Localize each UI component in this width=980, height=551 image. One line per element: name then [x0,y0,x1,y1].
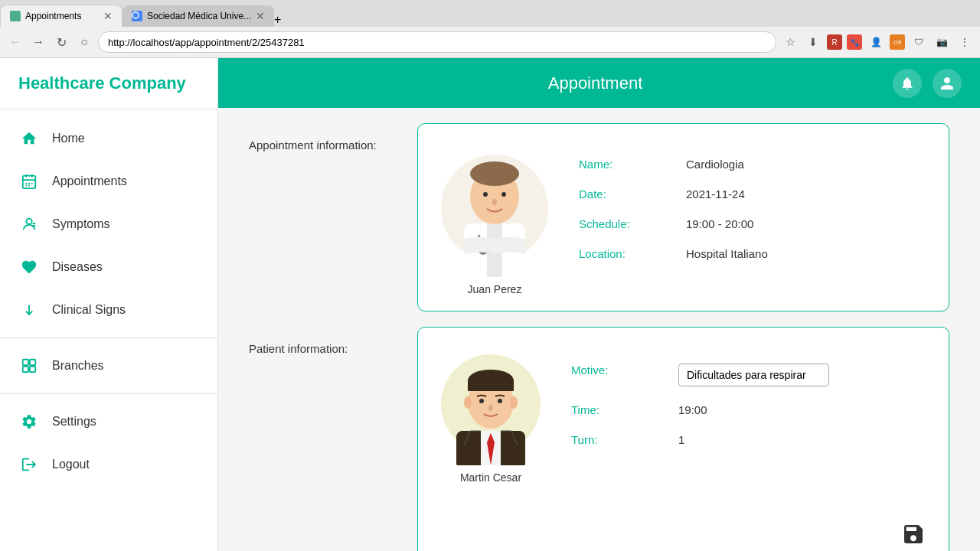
tab-close-2[interactable]: ✕ [256,10,265,22]
svg-point-36 [498,399,502,403]
svg-rect-1 [23,176,36,189]
appointment-section: Appointment information: [249,123,949,311]
save-icon-wrapper [441,522,926,551]
new-tab-button[interactable]: + [274,13,281,27]
field-value-time: 19:00 [678,403,707,416]
browser-tab-bar: Appointments ✕ Sociedad Médica Unive... … [0,0,980,27]
appointment-field-location: Location: Hospital Italiano [579,247,926,260]
field-value-schedule: 19:00 - 20:00 [686,217,753,230]
svg-rect-15 [23,367,28,372]
forward-button[interactable]: → [29,33,47,51]
extension-icon-2[interactable]: 🐾 [847,34,862,50]
motive-input[interactable] [678,364,829,386]
field-label-time: Time: [571,403,663,416]
svg-point-22 [483,192,488,197]
field-label-turn: Turn: [571,433,663,446]
clinical-signs-icon [18,299,40,321]
patient-card: Martin Cesar Motive: Time: 19:00 [417,327,949,551]
extension-icon-5[interactable]: 🛡 [910,33,928,51]
browser-chrome: Appointments ✕ Sociedad Médica Unive... … [0,0,980,58]
svg-rect-32 [468,380,514,391]
field-label-name: Name: [579,158,671,171]
doctor-avatar-image [441,139,548,277]
reload-button[interactable]: ↻ [52,33,70,51]
sidebar-item-diseases[interactable]: Diseases [0,246,217,289]
settings-icon [18,411,40,432]
appointment-field-schedule: Schedule: 19:00 - 20:00 [579,217,926,230]
sidebar-label-home: Home [52,132,85,145]
tab-sociedad[interactable]: Sociedad Médica Unive... ✕ [122,5,274,27]
menu-button[interactable]: ⋮ [956,33,974,51]
notification-bell-icon[interactable] [893,69,922,98]
download-icon[interactable]: ⬇ [804,33,822,51]
sidebar-label-logout: Logout [52,458,90,471]
extension-icon-1[interactable]: R [827,34,842,50]
tab-appointments[interactable]: Appointments ✕ [0,5,122,27]
extension-icon-3[interactable]: 👤 [867,33,885,51]
patient-name: Martin Cesar [460,471,521,484]
patient-card-inner: Martin Cesar Motive: Time: 19:00 [441,343,926,484]
field-value-turn: 1 [678,433,684,446]
header-icons [893,69,962,98]
sidebar-item-symptoms[interactable]: Symptoms [0,203,217,246]
appointment-field-date: Date: 2021-11-24 [579,187,926,201]
patient-field-motive: Motive: [571,364,926,386]
tab-favicon-2 [132,11,142,21]
field-value-location: Hospital Italiano [686,247,768,260]
svg-rect-5 [25,183,27,184]
svg-point-35 [479,399,484,403]
field-label-location: Location: [579,247,671,260]
svg-point-23 [501,192,506,197]
svg-point-34 [510,396,518,409]
patient-avatar-wrapper: Martin Cesar [441,343,541,484]
patient-section-label: Patient information: [249,327,402,355]
sidebar-logo: Healthcare Company [0,58,217,109]
sidebar-item-appointments[interactable]: Appointments [0,160,217,203]
sidebar: Healthcare Company Home Appointments Sym… [0,58,218,551]
svg-point-37 [488,405,493,411]
svg-rect-8 [25,185,27,187]
sidebar-item-branches[interactable]: Branches [0,344,217,387]
patient-field-turn: Turn: 1 [571,433,926,446]
diseases-icon [18,256,40,278]
sidebar-label-clinical-signs: Clinical Signs [52,303,126,317]
doctor-name: Juan Perez [468,283,522,295]
sidebar-label-branches: Branches [52,359,104,373]
symptoms-icon [18,214,40,235]
svg-rect-16 [30,367,35,372]
bookmark-icon[interactable]: ☆ [781,33,799,51]
svg-rect-13 [23,360,28,365]
sidebar-label-symptoms: Symptoms [52,217,110,231]
svg-rect-14 [30,360,35,365]
sidebar-item-logout[interactable]: Logout [0,443,217,486]
main-area: Appointment Appointment information: [218,58,980,551]
field-label-motive: Motive: [571,364,663,377]
branches-icon [18,355,40,377]
sidebar-item-clinical-signs[interactable]: Clinical Signs [0,289,217,331]
extension-icon-4[interactable]: Off [890,34,905,50]
logout-icon [18,454,40,475]
extension-icon-6[interactable]: 📷 [933,33,951,51]
sidebar-label-settings: Settings [52,415,96,429]
tab-favicon-1 [10,11,21,21]
appointment-field-name: Name: Cardiologia [579,158,926,171]
save-button[interactable] [901,522,926,551]
appointment-section-label: Appointment information: [249,123,402,152]
appointments-icon [18,171,40,192]
tab-title-2: Sociedad Médica Unive... [147,11,251,21]
doctor-avatar-wrapper: Juan Perez [441,139,548,295]
address-bar[interactable] [98,31,776,53]
field-value-name: Cardiologia [686,158,744,171]
sidebar-item-home[interactable]: Home [0,117,217,160]
svg-point-33 [464,396,472,409]
sidebar-divider [0,337,217,338]
field-label-date: Date: [579,187,671,201]
sidebar-item-settings[interactable]: Settings [0,400,217,443]
main-content: Appointment information: [218,108,980,551]
tab-close-1[interactable]: ✕ [103,10,113,22]
user-avatar-icon[interactable] [933,69,962,98]
back-button[interactable]: ← [6,33,24,51]
sidebar-label-appointments: Appointments [52,174,127,188]
sidebar-divider-2 [0,393,217,394]
home-nav-button[interactable]: ○ [75,33,93,51]
